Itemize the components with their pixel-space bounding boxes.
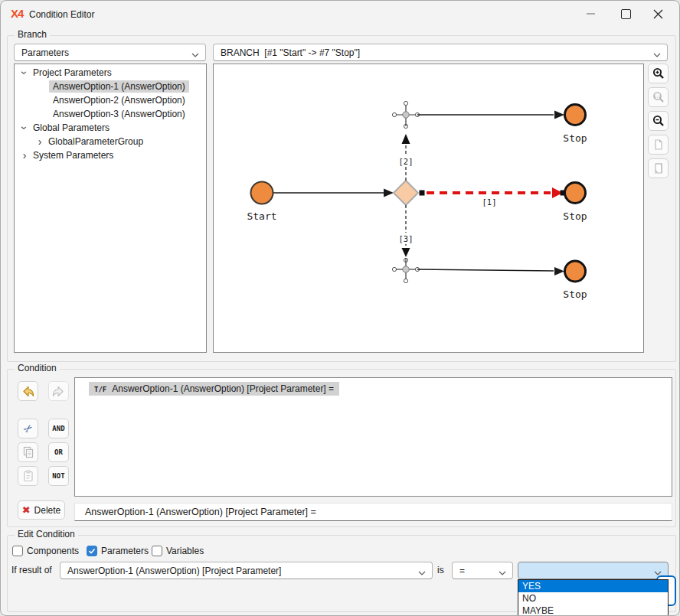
tree-item-globalparametergroup[interactable]: › GlobalParameterGroup bbox=[35, 135, 147, 148]
start-node[interactable] bbox=[251, 182, 273, 204]
tree-item-answeroption-1[interactable]: › AnswerOption-1 (AnswerOption) bbox=[40, 80, 189, 93]
page-icon bbox=[652, 139, 665, 151]
value-select[interactable] bbox=[518, 562, 669, 579]
stop-node-3[interactable] bbox=[565, 261, 586, 282]
flow-diagram: Start [2] Stop [1] bbox=[214, 64, 643, 352]
title-bar: X4 Condition Editor bbox=[1, 1, 679, 28]
or-button-label: OR bbox=[54, 448, 63, 456]
branch-select[interactable]: BRANCH [#1 "Start" -> #7 "Stop"] bbox=[213, 44, 668, 61]
junction-node-bottom[interactable] bbox=[403, 266, 409, 272]
or-button[interactable]: OR bbox=[48, 442, 69, 462]
zoom-actual-size-button[interactable]: 1:1 bbox=[648, 87, 669, 107]
tree-item-label: Project Parameters bbox=[29, 67, 116, 79]
arrowhead bbox=[384, 189, 394, 197]
parameters-checkbox[interactable] bbox=[87, 546, 97, 556]
paste-button[interactable] bbox=[18, 466, 38, 486]
edge-to-stop-3[interactable] bbox=[417, 269, 554, 271]
tree-expander-icon[interactable]: › bbox=[20, 123, 29, 132]
tree-expander-icon[interactable]: › bbox=[20, 151, 29, 160]
fit-page-button[interactable] bbox=[648, 135, 669, 155]
components-checkbox[interactable] bbox=[12, 546, 23, 556]
and-button[interactable]: AND bbox=[48, 419, 69, 438]
expression-select-value: AnswerOption-1 (AnswerOption) [Project P… bbox=[67, 565, 281, 576]
copy-button[interactable] bbox=[18, 442, 38, 462]
close-button[interactable] bbox=[641, 1, 675, 27]
edge-1-handle[interactable] bbox=[420, 191, 425, 196]
stop-node-3-label: Stop bbox=[563, 288, 587, 300]
redo-button[interactable] bbox=[48, 381, 69, 401]
components-checkbox-label[interactable]: Components bbox=[27, 546, 79, 557]
and-button-label: AND bbox=[52, 425, 64, 432]
page-outline-icon bbox=[652, 162, 665, 174]
tree-item-global-parameters[interactable]: › Global Parameters bbox=[20, 121, 113, 135]
not-button[interactable]: NOT bbox=[48, 466, 69, 486]
chevron-down-icon bbox=[418, 568, 426, 579]
if-result-of-label: If result of bbox=[11, 565, 52, 575]
zoom-out-button[interactable] bbox=[648, 111, 669, 131]
close-icon bbox=[653, 9, 663, 19]
dropdown-option-yes[interactable]: YES bbox=[518, 580, 668, 592]
variables-checkbox-label[interactable]: Variables bbox=[166, 546, 204, 557]
chevron-down-icon bbox=[653, 50, 661, 60]
stop-node-1[interactable] bbox=[565, 105, 586, 125]
undo-icon bbox=[21, 386, 34, 397]
chevron-down-icon bbox=[191, 50, 199, 60]
cut-button[interactable]: ✂ bbox=[18, 419, 38, 438]
stop-node-1-label: Stop bbox=[563, 132, 587, 144]
scissors-icon: ✂ bbox=[21, 422, 34, 435]
operator-select[interactable]: = bbox=[452, 562, 513, 579]
zoom-in-button[interactable] bbox=[648, 64, 669, 83]
tree-expander-icon[interactable]: › bbox=[35, 137, 44, 146]
fit-selection-button[interactable] bbox=[648, 158, 669, 178]
condition-type-badge: T/F bbox=[94, 386, 106, 393]
handle[interactable] bbox=[404, 101, 407, 105]
option-label: MAYBE bbox=[522, 605, 554, 616]
stop-node-2[interactable] bbox=[565, 183, 586, 204]
edit-condition-group-label: Edit Condition bbox=[15, 529, 78, 539]
handle[interactable] bbox=[392, 112, 396, 116]
zoom-out-icon bbox=[652, 115, 665, 127]
tree-item-project-parameters[interactable]: › Project Parameters bbox=[20, 66, 116, 80]
undo-button[interactable] bbox=[18, 381, 38, 401]
zoom-in-icon bbox=[652, 67, 665, 80]
check-icon bbox=[88, 547, 96, 555]
handle[interactable] bbox=[404, 279, 407, 282]
decision-node[interactable] bbox=[394, 181, 418, 205]
tree-item-answeroption-2[interactable]: › AnswerOption-2 (AnswerOption) bbox=[40, 93, 189, 107]
condition-list-selected-item[interactable]: T/F AnswerOption-1 (AnswerOption) [Proje… bbox=[89, 382, 339, 396]
zoom-actual-size-icon: 1:1 bbox=[652, 91, 665, 103]
redo-icon bbox=[52, 386, 65, 397]
tree-item-label: AnswerOption-2 (AnswerOption) bbox=[49, 94, 189, 106]
delete-button-label: Delete bbox=[34, 505, 61, 516]
value-select-dropdown: YES NO MAYBE bbox=[518, 579, 669, 616]
parameter-source-select[interactable]: Parameters bbox=[14, 44, 206, 61]
parameters-checkbox-label[interactable]: Parameters bbox=[101, 546, 149, 557]
delete-button[interactable]: ✖ Delete bbox=[18, 500, 65, 520]
handle[interactable] bbox=[392, 267, 396, 271]
minimize-button[interactable] bbox=[574, 1, 607, 27]
stop-node-2-label: Stop bbox=[563, 210, 587, 222]
tree-item-label: AnswerOption-1 (AnswerOption) bbox=[49, 80, 189, 93]
arrowhead-up bbox=[402, 134, 410, 144]
arrowhead-down bbox=[402, 248, 410, 257]
tree-expander-icon[interactable]: › bbox=[20, 68, 29, 77]
branch-select-value: BRANCH [#1 "Start" -> #7 "Stop"] bbox=[221, 47, 360, 58]
condition-group-label: Condition bbox=[15, 363, 60, 373]
tree-item-system-parameters[interactable]: › System Parameters bbox=[20, 148, 117, 162]
expression-select[interactable]: AnswerOption-1 (AnswerOption) [Project P… bbox=[60, 562, 433, 579]
condition-item-text: AnswerOption-1 (AnswerOption) [Project P… bbox=[112, 383, 334, 394]
edge-1-label: [1] bbox=[482, 197, 497, 207]
arrowhead bbox=[554, 111, 564, 119]
condition-list[interactable]: T/F AnswerOption-1 (AnswerOption) [Proje… bbox=[74, 377, 672, 497]
maximize-button[interactable] bbox=[609, 1, 642, 27]
parameter-source-value: Parameters bbox=[21, 47, 69, 58]
tree-item-label: AnswerOption-3 (AnswerOption) bbox=[49, 108, 189, 120]
dropdown-option-no[interactable]: NO bbox=[518, 592, 668, 605]
tree-item-answeroption-3[interactable]: › AnswerOption-3 (AnswerOption) bbox=[40, 107, 189, 121]
is-label: is bbox=[437, 565, 444, 575]
junction-node-top[interactable] bbox=[403, 112, 409, 118]
dropdown-option-maybe[interactable]: MAYBE bbox=[518, 605, 668, 616]
window-title: Condition Editor bbox=[29, 9, 94, 20]
maximize-icon bbox=[621, 9, 631, 19]
variables-checkbox[interactable] bbox=[152, 546, 162, 556]
